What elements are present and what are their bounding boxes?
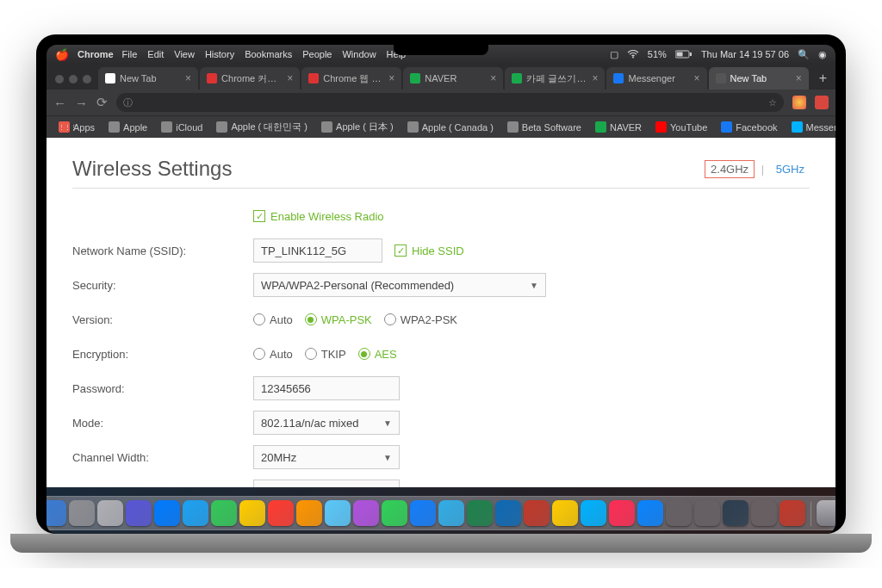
wifi-icon[interactable] (627, 50, 639, 59)
close-icon[interactable]: × (796, 72, 802, 84)
reload-button[interactable]: ⟳ (96, 95, 108, 110)
extension-icon-2[interactable] (815, 96, 829, 109)
bookmark-item[interactable]: Apple ( Canada ) (402, 120, 499, 134)
macos-dock (47, 496, 835, 530)
tab-title: New Tab (120, 73, 181, 84)
browser-tab[interactable]: Chrome 웹 스토어 - In× (301, 67, 401, 90)
browser-tab[interactable]: NAVER× (403, 67, 503, 90)
encryption-radio-tkip[interactable]: TKIP (305, 348, 346, 361)
dock-app-icon[interactable] (751, 500, 777, 526)
close-icon[interactable]: × (185, 72, 191, 84)
bookmark-favicon-icon (321, 121, 332, 133)
dock-app-icon[interactable] (126, 500, 152, 526)
dock-app-icon[interactable] (183, 500, 208, 526)
close-icon[interactable]: × (592, 72, 598, 84)
version-radio-auto[interactable]: Auto (253, 313, 293, 326)
window-controls[interactable] (52, 75, 98, 90)
menu-history[interactable]: History (205, 49, 234, 59)
trash-icon[interactable] (817, 500, 836, 526)
dock-app-icon[interactable] (211, 500, 237, 526)
dock-app-icon[interactable] (69, 500, 95, 526)
bookmark-item[interactable]: Facebook (716, 120, 782, 134)
dock-app-icon[interactable] (239, 500, 265, 526)
close-icon[interactable]: × (388, 72, 394, 84)
bookmark-item[interactable]: YouTube (650, 120, 712, 134)
version-radio-wpapsk[interactable]: WPA-PSK (305, 313, 372, 326)
new-tab-button[interactable]: + (811, 71, 835, 90)
hide-ssid-checkbox[interactable]: ✓ Hide SSID (394, 244, 464, 257)
browser-tab[interactable]: 카페 글쓰기;액 쓰는 사× (505, 67, 605, 90)
browser-tab[interactable]: Messenger× (606, 67, 706, 90)
menubar-clock[interactable]: Thu Mar 14 19 57 06 (701, 49, 789, 59)
bookmark-item[interactable]: Apple (103, 120, 152, 134)
menu-people[interactable]: People (302, 49, 332, 59)
page-title: Wireless Settings (72, 157, 232, 181)
dock-app-icon[interactable] (637, 500, 663, 526)
address-bar[interactable]: ⓘ ☆ (116, 93, 784, 112)
extension-icon-1[interactable] (792, 96, 806, 109)
dock-app-icon[interactable] (723, 500, 748, 526)
close-icon[interactable]: × (287, 72, 293, 84)
dock-app-icon[interactable] (382, 500, 407, 526)
dock-app-icon[interactable] (666, 500, 692, 526)
dock-app-icon[interactable] (694, 500, 720, 526)
close-icon[interactable]: × (694, 72, 700, 84)
channel-select[interactable]: Auto ▼ (253, 480, 400, 487)
browser-tab[interactable]: New Tab× (98, 67, 198, 90)
spotlight-icon[interactable]: 🔍 (798, 49, 810, 60)
browser-tab[interactable]: New Tab× (709, 67, 809, 90)
bookmark-item[interactable]: Beta Software (502, 120, 587, 134)
back-button[interactable]: ← (53, 96, 66, 110)
bookmark-item[interactable]: Apple ( 대한민국 ) (211, 119, 313, 135)
band-5ghz[interactable]: 5GHz (771, 161, 810, 177)
bookmark-item[interactable]: ⋮⋮⋮Apps (53, 120, 100, 134)
dock-app-icon[interactable] (438, 500, 464, 526)
dock-app-icon[interactable] (581, 500, 606, 526)
menu-edit[interactable]: Edit (147, 49, 164, 59)
version-radio-wpa2psk[interactable]: WPA2-PSK (384, 313, 457, 326)
dock-app-icon[interactable] (410, 500, 436, 526)
band-24ghz[interactable]: 2.4GHz (705, 160, 755, 178)
dock-app-icon[interactable] (97, 500, 123, 526)
channel-width-select[interactable]: 20MHz ▼ (253, 445, 400, 469)
bookmark-item[interactable]: Apple ( 日本 ) (316, 119, 399, 135)
radio-icon (305, 348, 317, 360)
bookmark-item[interactable]: iCloud (156, 120, 208, 134)
dock-app-icon[interactable] (495, 500, 521, 526)
menu-bookmarks[interactable]: Bookmarks (245, 49, 292, 59)
star-bookmark-icon[interactable]: ☆ (768, 97, 777, 108)
browser-tab[interactable]: Chrome 커뮤니티 - 'N× (200, 67, 300, 90)
bookmark-item[interactable]: Messenger (786, 120, 835, 134)
bookmark-item[interactable]: NAVER (590, 120, 647, 134)
site-info-icon[interactable]: ⓘ (123, 96, 133, 109)
dock-app-icon[interactable] (268, 500, 294, 526)
menubar-app-name[interactable]: Chrome (78, 49, 114, 59)
menu-file[interactable]: File (122, 49, 138, 59)
close-icon[interactable]: × (490, 72, 496, 84)
dock-app-icon[interactable] (353, 500, 379, 526)
airplay-icon[interactable]: ▢ (610, 49, 618, 60)
forward-button[interactable]: → (75, 96, 88, 110)
encryption-radio-aes[interactable]: AES (358, 348, 397, 361)
dock-app-icon[interactable] (296, 500, 322, 526)
dock-app-icon[interactable] (47, 500, 66, 526)
siri-icon[interactable]: ◉ (818, 49, 827, 60)
password-input[interactable] (253, 376, 400, 400)
apple-logo-icon[interactable]: 🍎 (55, 48, 69, 61)
dock-app-icon[interactable] (524, 500, 550, 526)
menu-view[interactable]: View (174, 49, 195, 59)
mode-select[interactable]: 802.11a/n/ac mixed ▼ (253, 411, 400, 435)
dock-app-icon[interactable] (154, 500, 180, 526)
dock-app-icon[interactable] (609, 500, 635, 526)
dock-app-icon[interactable] (780, 500, 805, 526)
ssid-input[interactable] (253, 238, 382, 263)
dock-app-icon[interactable] (325, 500, 351, 526)
enable-wireless-checkbox[interactable]: ✓ Enable Wireless Radio (253, 210, 384, 223)
encryption-radio-auto[interactable]: Auto (253, 348, 293, 361)
menu-window[interactable]: Window (342, 49, 376, 59)
dock-app-icon[interactable] (467, 500, 493, 526)
security-select[interactable]: WPA/WPA2-Personal (Recommended) ▼ (253, 273, 546, 297)
tab-title: New Tab (730, 73, 792, 84)
battery-icon[interactable] (675, 50, 693, 59)
dock-app-icon[interactable] (552, 500, 578, 526)
